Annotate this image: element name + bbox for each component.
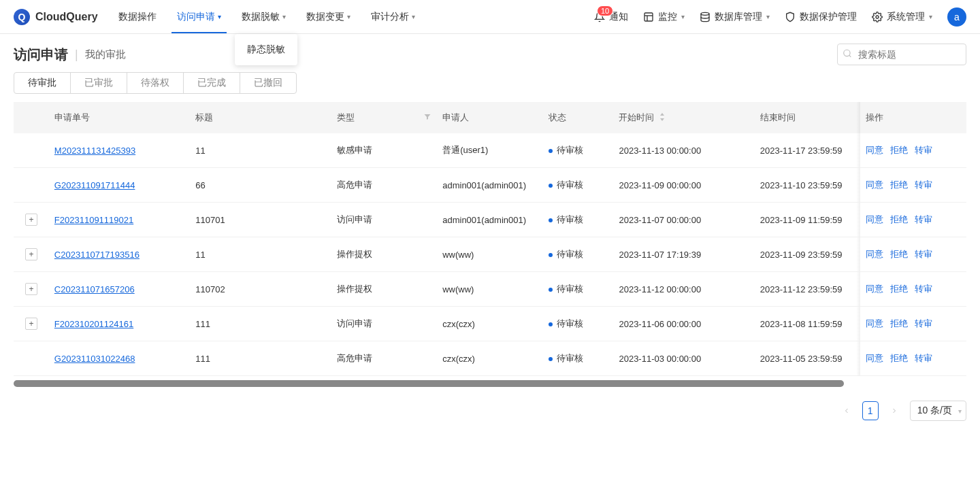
svg-line-6 xyxy=(849,55,851,57)
action-forward[interactable]: 转审 xyxy=(915,318,932,328)
request-id-link[interactable]: G202311031022468 xyxy=(54,354,135,364)
action-approve[interactable]: 同意 xyxy=(866,284,883,294)
action-approve[interactable]: 同意 xyxy=(866,214,883,224)
svg-point-3 xyxy=(701,12,709,15)
action-reject[interactable]: 拒绝 xyxy=(890,214,908,224)
action-reject[interactable]: 拒绝 xyxy=(890,180,908,190)
action-reject[interactable]: 拒绝 xyxy=(890,249,908,259)
cell-type: 访问申请 xyxy=(331,203,438,237)
cell-end-time: 2023-11-12 23:59:59 xyxy=(755,272,861,307)
action-forward[interactable]: 转审 xyxy=(915,180,932,190)
action-approve[interactable]: 同意 xyxy=(866,353,883,363)
cell-title: 11 xyxy=(190,133,331,168)
table-row: +F202311091119021110701访问申请admin001(admi… xyxy=(14,203,966,237)
filter-icon[interactable] xyxy=(423,113,431,122)
sort-icon[interactable] xyxy=(658,112,666,124)
cell-status: 待审核 xyxy=(543,133,614,168)
pagination: 1 10 条/页 ▾ xyxy=(0,387,980,435)
nav-data-masking[interactable]: 数据脱敏 ▾ xyxy=(242,1,286,33)
horizontal-scrollbar[interactable] xyxy=(14,380,844,387)
status-dot-icon xyxy=(549,253,553,257)
row-expand-button[interactable]: + xyxy=(25,248,37,260)
cell-status: 待审核 xyxy=(543,272,614,307)
brand-logo[interactable]: Q CloudQuery xyxy=(14,9,98,25)
action-reject[interactable]: 拒绝 xyxy=(890,284,908,294)
nav-database-management[interactable]: 数据库管理 ▾ xyxy=(700,11,770,23)
nav-data-change[interactable]: 数据变更 ▾ xyxy=(306,1,350,33)
chevron-down-icon: ▾ xyxy=(218,13,221,20)
cell-title: 11 xyxy=(190,237,331,272)
status-dot-icon xyxy=(549,357,553,361)
col-type-header[interactable]: 类型 xyxy=(331,102,438,133)
search-input[interactable] xyxy=(837,44,966,65)
nav-access-request[interactable]: 访问申请 ▾ xyxy=(177,1,221,33)
col-start-header[interactable]: 开始时间 xyxy=(613,102,754,133)
cell-end-time: 2023-11-17 23:59:59 xyxy=(755,133,861,168)
chevron-down-icon: ▾ xyxy=(929,13,932,20)
cell-applicant: admin001(admin001) xyxy=(437,168,543,203)
tab-revoked[interactable]: 已撤回 xyxy=(240,72,297,94)
nav-monitoring[interactable]: 监控 ▾ xyxy=(643,11,685,23)
cell-type: 敏感申请 xyxy=(331,133,438,168)
col-status-header: 状态 xyxy=(543,102,614,133)
action-forward[interactable]: 转审 xyxy=(915,353,932,363)
action-forward[interactable]: 转审 xyxy=(915,249,932,259)
pagination-page-size[interactable]: 10 条/页 ▾ xyxy=(910,401,966,421)
nav-data-protection[interactable]: 数据保护管理 xyxy=(785,11,857,23)
cell-start-time: 2023-11-07 17:19:39 xyxy=(613,237,754,272)
action-forward[interactable]: 转审 xyxy=(915,214,932,224)
nav-audit-analysis[interactable]: 审计分析 ▾ xyxy=(371,1,415,33)
pagination-page-1[interactable]: 1 xyxy=(862,401,879,420)
table-row: +C202311071719351611操作提权ww(ww)待审核2023-11… xyxy=(14,237,966,272)
tab-approved[interactable]: 已审批 xyxy=(70,72,127,94)
nav-data-operations[interactable]: 数据操作 xyxy=(118,1,157,33)
page-subtitle: 我的审批 xyxy=(85,48,126,61)
request-id-link[interactable]: F202311091119021 xyxy=(54,215,133,225)
cell-start-time: 2023-11-06 00:00:00 xyxy=(613,307,754,341)
action-forward[interactable]: 转审 xyxy=(915,145,932,155)
row-expand-button[interactable]: + xyxy=(25,214,37,226)
action-approve[interactable]: 同意 xyxy=(866,318,883,328)
nav-notifications[interactable]: 10 通知 xyxy=(594,11,628,23)
nav-system-management[interactable]: 系统管理 ▾ xyxy=(872,11,932,23)
cell-end-time: 2023-11-10 23:59:59 xyxy=(755,168,861,203)
action-forward[interactable]: 转审 xyxy=(915,284,932,294)
pagination-next[interactable] xyxy=(884,401,904,421)
request-id-link[interactable]: F202310201124161 xyxy=(54,319,133,329)
action-reject[interactable]: 拒绝 xyxy=(890,353,908,363)
request-id-link[interactable]: M202311131425393 xyxy=(54,146,135,156)
cell-applicant: admin001(admin001) xyxy=(437,203,543,237)
request-id-link[interactable]: C202311071657206 xyxy=(54,284,135,294)
cell-actions: 同意拒绝转审 xyxy=(860,133,966,168)
dropdown-item-static-masking[interactable]: 静态脱敏 xyxy=(235,37,297,63)
gear-icon xyxy=(872,12,883,22)
cell-title: 110702 xyxy=(190,272,331,307)
cell-type: 操作提权 xyxy=(331,237,438,272)
cell-applicant: 普通(user1) xyxy=(437,133,543,168)
tab-completed[interactable]: 已完成 xyxy=(183,72,240,94)
action-reject[interactable]: 拒绝 xyxy=(890,318,908,328)
cell-actions: 同意拒绝转审 xyxy=(860,272,966,307)
request-id-link[interactable]: C2023110717193516 xyxy=(54,250,140,260)
chevron-down-icon: ▾ xyxy=(681,13,685,20)
action-approve[interactable]: 同意 xyxy=(866,180,883,190)
row-expand-button[interactable]: + xyxy=(25,283,37,295)
cell-actions: 同意拒绝转审 xyxy=(860,237,966,272)
status-dot-icon xyxy=(549,218,553,222)
pagination-prev[interactable] xyxy=(836,401,857,421)
user-avatar[interactable]: a xyxy=(947,7,966,27)
cell-start-time: 2023-11-07 00:00:00 xyxy=(613,203,754,237)
action-approve[interactable]: 同意 xyxy=(866,145,883,155)
action-approve[interactable]: 同意 xyxy=(866,249,883,259)
table-header-row: 申请单号 标题 类型 申请人 状态 开始时间 xyxy=(14,102,966,133)
table-row: M20231113142539311敏感申请普通(user1)待审核2023-1… xyxy=(14,133,966,168)
row-expand-button[interactable]: + xyxy=(25,318,37,330)
action-reject[interactable]: 拒绝 xyxy=(890,145,908,155)
request-id-link[interactable]: G202311091711444 xyxy=(54,180,135,190)
cell-start-time: 2023-11-13 00:00:00 xyxy=(613,133,754,168)
table-row: G202311031022468111高危申请czx(czx)待审核2023-1… xyxy=(14,341,966,376)
tab-pending-approval[interactable]: 待审批 xyxy=(14,72,71,94)
cell-status: 待审核 xyxy=(543,307,614,341)
tab-pending-grant[interactable]: 待落权 xyxy=(127,72,184,94)
cell-actions: 同意拒绝转审 xyxy=(860,341,966,376)
